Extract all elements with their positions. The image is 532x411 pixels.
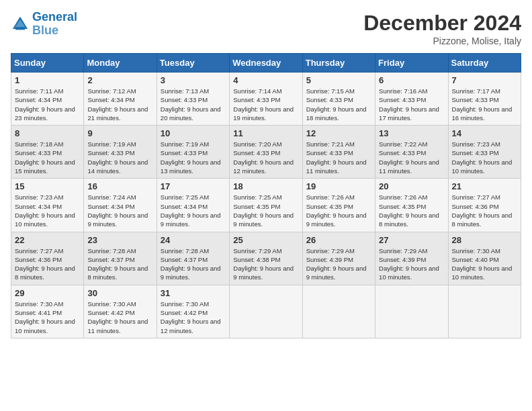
- header-wednesday: Wednesday: [230, 54, 302, 73]
- daylight-label: Daylight: 9 hours and 11 minutes.: [87, 318, 148, 334]
- daylight-label: Daylight: 9 hours and 9 minutes.: [161, 265, 221, 281]
- sunset-label: Sunset: 4:33 PM: [87, 149, 134, 156]
- daylight-label: Daylight: 9 hours and 11 minutes.: [306, 158, 367, 175]
- day-info: Sunrise: 7:14 AM Sunset: 4:33 PM Dayligh…: [233, 87, 298, 122]
- sunset-label: Sunset: 4:36 PM: [15, 256, 62, 263]
- day-info: Sunrise: 7:13 AM Sunset: 4:33 PM Dayligh…: [161, 87, 226, 122]
- daylight-label: Daylight: 9 hours and 19 minutes.: [233, 105, 294, 122]
- calendar-cell: 3 Sunrise: 7:13 AM Sunset: 4:33 PM Dayli…: [157, 73, 229, 126]
- day-number: 24: [161, 235, 226, 245]
- header-friday: Friday: [375, 54, 448, 73]
- sunrise-label: Sunrise: 7:25 AM: [233, 193, 281, 201]
- day-number: 20: [379, 181, 444, 191]
- calendar-cell: 13 Sunrise: 7:22 AM Sunset: 4:33 PM Dayl…: [375, 126, 448, 179]
- sunrise-label: Sunrise: 7:11 AM: [15, 87, 63, 95]
- sunset-label: Sunset: 4:41 PM: [15, 309, 62, 316]
- day-info: Sunrise: 7:26 AM Sunset: 4:35 PM Dayligh…: [306, 193, 371, 228]
- calendar-cell: 25 Sunrise: 7:29 AM Sunset: 4:38 PM Dayl…: [230, 232, 302, 285]
- sunrise-label: Sunrise: 7:16 AM: [379, 87, 427, 95]
- daylight-label: Daylight: 9 hours and 12 minutes.: [161, 318, 221, 334]
- daylight-label: Daylight: 9 hours and 11 minutes.: [379, 158, 439, 175]
- sunrise-label: Sunrise: 7:21 AM: [306, 140, 355, 148]
- sunrise-label: Sunrise: 7:19 AM: [161, 140, 209, 148]
- day-number: 4: [233, 75, 298, 85]
- week-row-3: 15 Sunrise: 7:23 AM Sunset: 4:34 PM Dayl…: [11, 179, 521, 232]
- sunrise-label: Sunrise: 7:12 AM: [87, 87, 136, 95]
- sunset-label: Sunset: 4:40 PM: [452, 256, 499, 263]
- title-block: December 2024 Pizzone, Molise, Italy: [363, 11, 521, 46]
- calendar-cell: 27 Sunrise: 7:29 AM Sunset: 4:39 PM Dayl…: [375, 232, 448, 285]
- sunrise-label: Sunrise: 7:28 AM: [87, 247, 136, 255]
- daylight-label: Daylight: 9 hours and 14 minutes.: [87, 158, 148, 175]
- daylight-label: Daylight: 9 hours and 8 minutes.: [87, 265, 148, 281]
- calendar-cell: 8 Sunrise: 7:18 AM Sunset: 4:33 PM Dayli…: [11, 126, 84, 179]
- sunrise-label: Sunrise: 7:17 AM: [452, 87, 500, 95]
- calendar-cell: 18 Sunrise: 7:25 AM Sunset: 4:35 PM Dayl…: [230, 179, 302, 232]
- calendar-cell: 16 Sunrise: 7:24 AM Sunset: 4:34 PM Dayl…: [84, 179, 157, 232]
- sunset-label: Sunset: 4:36 PM: [452, 203, 499, 210]
- calendar-cell: [230, 285, 302, 338]
- sunset-label: Sunset: 4:33 PM: [452, 149, 499, 156]
- day-number: 12: [306, 128, 371, 138]
- sunset-label: Sunset: 4:35 PM: [233, 203, 280, 210]
- day-number: 27: [379, 235, 444, 245]
- calendar-cell: 29 Sunrise: 7:30 AM Sunset: 4:41 PM Dayl…: [11, 285, 84, 338]
- week-row-1: 1 Sunrise: 7:11 AM Sunset: 4:34 PM Dayli…: [11, 73, 521, 126]
- day-info: Sunrise: 7:16 AM Sunset: 4:33 PM Dayligh…: [379, 87, 444, 122]
- day-number: 25: [233, 235, 298, 245]
- day-info: Sunrise: 7:23 AM Sunset: 4:34 PM Dayligh…: [15, 193, 80, 228]
- calendar-cell: [302, 285, 375, 338]
- calendar-cell: 1 Sunrise: 7:11 AM Sunset: 4:34 PM Dayli…: [11, 73, 84, 126]
- sunset-label: Sunset: 4:33 PM: [452, 96, 499, 103]
- day-info: Sunrise: 7:19 AM Sunset: 4:33 PM Dayligh…: [161, 140, 226, 175]
- calendar-cell: 28 Sunrise: 7:30 AM Sunset: 4:40 PM Dayl…: [448, 232, 521, 285]
- day-info: Sunrise: 7:24 AM Sunset: 4:34 PM Dayligh…: [87, 193, 152, 228]
- calendar-cell: 12 Sunrise: 7:21 AM Sunset: 4:33 PM Dayl…: [302, 126, 375, 179]
- calendar-cell: 7 Sunrise: 7:17 AM Sunset: 4:33 PM Dayli…: [448, 73, 521, 126]
- day-number: 15: [15, 181, 80, 191]
- header-tuesday: Tuesday: [157, 54, 229, 73]
- sunset-label: Sunset: 4:34 PM: [87, 96, 134, 103]
- day-number: 14: [452, 128, 517, 138]
- day-number: 17: [161, 181, 226, 191]
- daylight-label: Daylight: 9 hours and 10 minutes.: [15, 212, 75, 228]
- calendar-cell: 10 Sunrise: 7:19 AM Sunset: 4:33 PM Dayl…: [157, 126, 229, 179]
- sunset-label: Sunset: 4:33 PM: [233, 149, 280, 156]
- day-number: 21: [452, 181, 517, 191]
- calendar-cell: 2 Sunrise: 7:12 AM Sunset: 4:34 PM Dayli…: [84, 73, 157, 126]
- sunrise-label: Sunrise: 7:27 AM: [15, 247, 63, 255]
- daylight-label: Daylight: 9 hours and 9 minutes.: [233, 265, 294, 281]
- day-info: Sunrise: 7:28 AM Sunset: 4:37 PM Dayligh…: [87, 246, 152, 282]
- sunset-label: Sunset: 4:34 PM: [15, 203, 62, 210]
- daylight-label: Daylight: 9 hours and 10 minutes.: [452, 265, 513, 281]
- logo: General Blue: [11, 11, 77, 38]
- day-info: Sunrise: 7:28 AM Sunset: 4:37 PM Dayligh…: [161, 246, 226, 282]
- calendar-cell: 21 Sunrise: 7:27 AM Sunset: 4:36 PM Dayl…: [448, 179, 521, 232]
- sunset-label: Sunset: 4:33 PM: [379, 96, 426, 103]
- sunset-label: Sunset: 4:35 PM: [379, 203, 426, 210]
- day-info: Sunrise: 7:23 AM Sunset: 4:33 PM Dayligh…: [452, 140, 517, 175]
- header-saturday: Saturday: [448, 54, 521, 73]
- day-number: 8: [15, 128, 80, 138]
- sunset-label: Sunset: 4:34 PM: [15, 96, 62, 103]
- day-info: Sunrise: 7:25 AM Sunset: 4:35 PM Dayligh…: [233, 193, 298, 228]
- daylight-label: Daylight: 9 hours and 10 minutes.: [379, 265, 439, 281]
- subtitle: Pizzone, Molise, Italy: [363, 36, 521, 46]
- calendar-cell: 11 Sunrise: 7:20 AM Sunset: 4:33 PM Dayl…: [230, 126, 302, 179]
- daylight-label: Daylight: 9 hours and 9 minutes.: [233, 212, 294, 228]
- sunset-label: Sunset: 4:33 PM: [233, 96, 280, 103]
- daylight-label: Daylight: 9 hours and 23 minutes.: [15, 105, 75, 122]
- day-info: Sunrise: 7:29 AM Sunset: 4:39 PM Dayligh…: [306, 246, 371, 282]
- day-info: Sunrise: 7:30 AM Sunset: 4:42 PM Dayligh…: [161, 300, 226, 335]
- sunset-label: Sunset: 4:38 PM: [233, 256, 280, 263]
- day-number: 9: [87, 128, 152, 138]
- day-number: 23: [87, 235, 152, 245]
- week-row-5: 29 Sunrise: 7:30 AM Sunset: 4:41 PM Dayl…: [11, 285, 521, 338]
- calendar-cell: 24 Sunrise: 7:28 AM Sunset: 4:37 PM Dayl…: [157, 232, 229, 285]
- sunrise-label: Sunrise: 7:25 AM: [161, 193, 209, 201]
- sunrise-label: Sunrise: 7:24 AM: [87, 193, 136, 201]
- sunset-label: Sunset: 4:33 PM: [379, 149, 426, 156]
- day-number: 3: [161, 75, 226, 85]
- calendar-cell: 26 Sunrise: 7:29 AM Sunset: 4:39 PM Dayl…: [302, 232, 375, 285]
- header-sunday: Sunday: [11, 54, 84, 73]
